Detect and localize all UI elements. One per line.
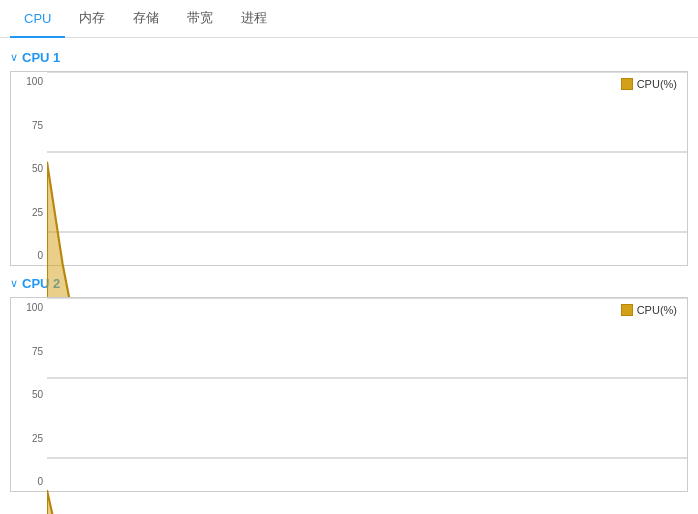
cpu2-chart: 100 75 50 25 0 CPU(%): [10, 297, 688, 492]
main-content: ∨ CPU 1 100 75 50 25 0 CPU(%) ∨ CPU 2: [0, 38, 698, 510]
y2-label-0: 0: [11, 476, 47, 487]
y2-label-50: 50: [11, 389, 47, 400]
y-label-25: 25: [11, 207, 47, 218]
y2-label-25: 25: [11, 433, 47, 444]
cpu2-chart-svg: [47, 298, 687, 514]
y-label-50: 50: [11, 163, 47, 174]
tab-cpu[interactable]: CPU: [10, 0, 65, 38]
cpu2-legend: CPU(%): [621, 304, 677, 316]
y2-label-75: 75: [11, 346, 47, 357]
cpu2-chevron-icon[interactable]: ∨: [10, 277, 18, 290]
tab-process-label: 进程: [241, 9, 267, 27]
cpu1-y-axis: 100 75 50 25 0: [11, 72, 47, 265]
y2-label-100: 100: [11, 302, 47, 313]
tab-bar: CPU 内存 存储 带宽 进程: [0, 0, 698, 38]
cpu2-legend-box: [621, 304, 633, 316]
cpu1-legend: CPU(%): [621, 78, 677, 90]
tab-storage[interactable]: 存储: [119, 0, 173, 38]
tab-bandwidth-label: 带宽: [187, 9, 213, 27]
y-label-100: 100: [11, 76, 47, 87]
cpu1-chevron-icon[interactable]: ∨: [10, 51, 18, 64]
cpu1-title: CPU 1: [22, 50, 60, 65]
cpu1-section-header: ∨ CPU 1: [10, 50, 688, 65]
tab-bandwidth[interactable]: 带宽: [173, 0, 227, 38]
y-label-0: 0: [11, 250, 47, 261]
cpu1-legend-label: CPU(%): [637, 78, 677, 90]
tab-memory[interactable]: 内存: [65, 0, 119, 38]
cpu2-legend-label: CPU(%): [637, 304, 677, 316]
y-label-75: 75: [11, 120, 47, 131]
cpu2-y-axis: 100 75 50 25 0: [11, 298, 47, 491]
tab-cpu-label: CPU: [24, 11, 51, 26]
tab-memory-label: 内存: [79, 9, 105, 27]
tab-process[interactable]: 进程: [227, 0, 281, 38]
tab-storage-label: 存储: [133, 9, 159, 27]
cpu1-legend-box: [621, 78, 633, 90]
cpu1-chart: 100 75 50 25 0 CPU(%): [10, 71, 688, 266]
